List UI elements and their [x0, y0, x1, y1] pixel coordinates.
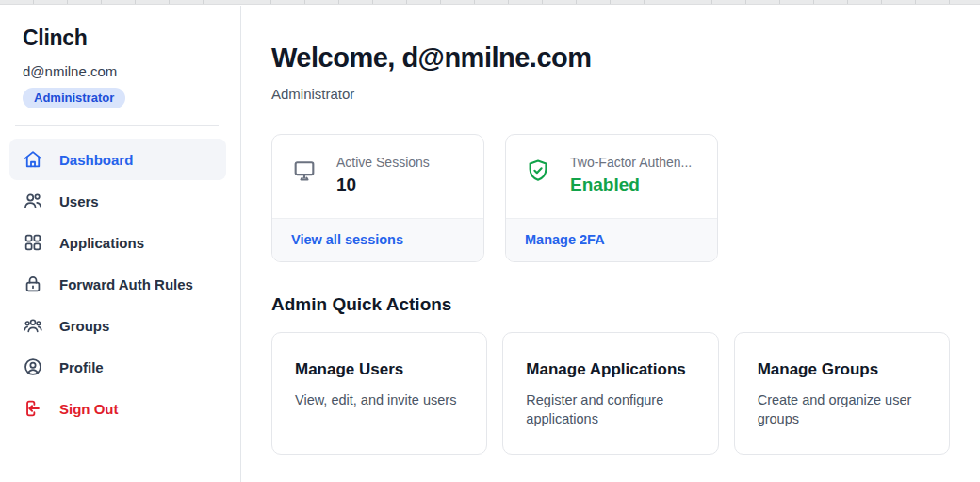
stat-value: Enabled: [570, 175, 692, 195]
sidebar-item-forward-auth-rules[interactable]: Forward Auth Rules: [9, 263, 226, 305]
manage-applications-card[interactable]: Manage Applications Register and configu…: [502, 332, 718, 455]
monitor-icon: [291, 158, 318, 184]
quick-actions-heading: Admin Quick Actions: [271, 294, 950, 315]
sidebar-item-groups[interactable]: Groups: [9, 305, 226, 346]
sidebar-item-label: Users: [59, 193, 99, 209]
stat-value: 10: [336, 175, 430, 195]
stat-card-body: Two-Factor Authen... Enabled: [506, 135, 717, 218]
groups-icon: [23, 315, 43, 336]
sign-out-icon: [23, 398, 43, 419]
users-icon: [23, 191, 43, 211]
profile-icon: [23, 357, 43, 377]
sidebar-item-label: Applications: [59, 235, 144, 251]
sidebar-nav: Dashboard Users Applications Forward Aut…: [9, 139, 225, 429]
role-badge: Administrator: [23, 88, 125, 108]
page-title: Welcome, d@nmilne.com: [271, 42, 950, 74]
page-subtitle: Administrator: [271, 86, 950, 102]
stat-card-active-sessions: Active Sessions 10 View all sessions: [271, 134, 484, 262]
sidebar: Clinch d@nmilne.com Administrator Dashbo…: [0, 6, 241, 482]
action-card-description: View, edit, and invite users: [295, 391, 464, 409]
stat-label: Active Sessions: [336, 155, 430, 170]
sidebar-divider: [15, 125, 219, 126]
grid-icon: [23, 232, 43, 253]
stat-card-two-factor: Two-Factor Authen... Enabled Manage 2FA: [505, 134, 718, 262]
lock-icon: [23, 274, 43, 294]
manage-2fa-link[interactable]: Manage 2FA: [525, 232, 605, 247]
main-content: Welcome, d@nmilne.com Administrator Acti…: [242, 6, 980, 482]
stat-card-body: Active Sessions 10: [272, 135, 483, 218]
view-all-sessions-link[interactable]: View all sessions: [291, 232, 403, 247]
home-icon: [23, 149, 43, 170]
sidebar-item-users[interactable]: Users: [9, 180, 226, 222]
user-email: d@nmilne.com: [23, 63, 225, 79]
sidebar-item-sign-out[interactable]: Sign Out: [9, 388, 226, 429]
stat-card-footer: Manage 2FA: [506, 218, 717, 261]
sidebar-item-applications[interactable]: Applications: [9, 222, 226, 263]
sidebar-item-label: Profile: [59, 359, 104, 375]
action-card-title: Manage Users: [295, 360, 464, 379]
sidebar-item-label: Dashboard: [59, 152, 133, 168]
shield-check-icon: [525, 158, 551, 184]
quick-action-cards: Manage Users View, edit, and invite user…: [271, 332, 950, 455]
manage-users-card[interactable]: Manage Users View, edit, and invite user…: [271, 332, 487, 455]
sidebar-item-label: Forward Auth Rules: [59, 276, 193, 292]
action-card-description: Register and configure applications: [526, 391, 694, 428]
sidebar-item-dashboard[interactable]: Dashboard: [9, 139, 226, 180]
stat-card-footer: View all sessions: [272, 218, 483, 261]
manage-groups-card[interactable]: Manage Groups Create and organize user g…: [734, 332, 950, 455]
action-card-title: Manage Groups: [758, 360, 926, 379]
sidebar-item-label: Sign Out: [59, 401, 119, 417]
action-card-title: Manage Applications: [526, 360, 694, 379]
browser-tab-strip: [0, 0, 980, 5]
sidebar-item-profile[interactable]: Profile: [9, 346, 226, 388]
stat-label: Two-Factor Authen...: [570, 155, 692, 170]
action-card-description: Create and organize user groups: [758, 391, 926, 428]
sidebar-item-label: Groups: [59, 318, 109, 334]
stat-cards-row: Active Sessions 10 View all sessions Two…: [271, 134, 950, 262]
app-logo: Clinch: [23, 25, 225, 51]
